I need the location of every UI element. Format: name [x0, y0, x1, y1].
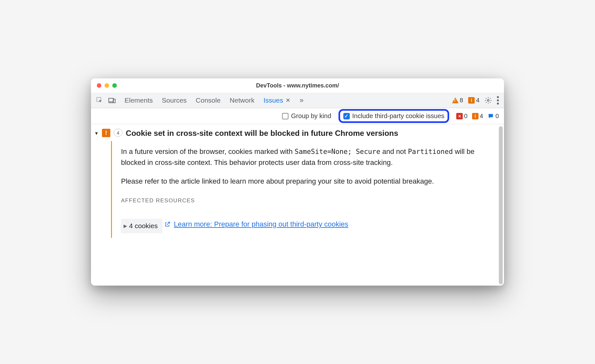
svg-point-4	[487, 99, 489, 101]
filter-breaking-badge[interactable]: ! 4	[472, 113, 483, 120]
learn-more-link[interactable]: Learn more: Prepare for phasing out thir…	[164, 219, 348, 230]
issue-paragraph-1: In a future version of the browser, cook…	[121, 146, 494, 168]
affected-cookies-toggle[interactable]: ▶ 4 cookies	[121, 219, 162, 233]
close-window-button[interactable]	[97, 83, 101, 88]
tab-issues-label: Issues	[264, 96, 283, 104]
include-third-party-label: Include third-party cookie issues	[352, 112, 445, 120]
warnings-count: 8	[460, 97, 463, 104]
filter-info-count: 0	[495, 113, 499, 120]
minimize-window-button[interactable]	[105, 83, 109, 88]
filter-bar: Group by kind Include third-party cookie…	[91, 108, 504, 124]
filter-breaking-count: 4	[480, 113, 483, 120]
issue-title: Cookie set in cross-site context will be…	[126, 129, 398, 138]
warnings-badge[interactable]: 8	[452, 97, 463, 104]
window-title: DevTools - www.nytimes.com/	[91, 82, 504, 89]
tabs-list: Elements Sources Console Network Issues …	[125, 96, 449, 105]
issue-severity-icon: !	[102, 129, 110, 137]
issues-content: ▼ ! 4 Cookie set in cross-site context w…	[91, 124, 504, 286]
issue-paragraph-2: Please refer to the article linked to le…	[121, 176, 494, 187]
learn-more-text: Learn more: Prepare for phasing out thir…	[174, 219, 348, 230]
close-tab-icon[interactable]: ✕	[286, 97, 290, 104]
code-partitioned: Partitioned	[408, 148, 453, 156]
inspect-element-icon[interactable]	[96, 97, 103, 104]
tab-network[interactable]: Network	[230, 96, 255, 104]
filter-info-badge[interactable]: 0	[488, 113, 499, 120]
tab-issues[interactable]: Issues ✕	[264, 96, 291, 104]
external-link-icon	[164, 221, 171, 228]
include-third-party-checkbox[interactable]: Include third-party cookie issues	[343, 112, 445, 120]
tabbar: Elements Sources Console Network Issues …	[91, 93, 504, 108]
issue-occurrence-count: 4	[114, 129, 123, 136]
tab-elements[interactable]: Elements	[125, 96, 153, 104]
disclosure-right-icon: ▶	[124, 223, 127, 230]
group-by-kind-label: Group by kind	[291, 112, 331, 120]
scrollbar[interactable]	[499, 126, 503, 284]
disclosure-triangle-icon[interactable]: ▼	[94, 131, 99, 136]
filter-errors-count: 0	[464, 113, 468, 120]
settings-button[interactable]	[485, 97, 492, 104]
error-icon: ×	[456, 113, 463, 119]
more-tabs-button[interactable]: »	[299, 96, 303, 105]
tab-console[interactable]: Console	[196, 96, 221, 104]
include-third-party-highlight: Include third-party cookie issues	[338, 109, 449, 123]
issue-body: In a future version of the browser, cook…	[111, 141, 498, 238]
group-by-kind-checkbox[interactable]: Group by kind	[282, 112, 331, 120]
more-options-button[interactable]	[497, 96, 499, 105]
info-icon	[488, 113, 494, 119]
traffic-lights	[97, 83, 117, 88]
svg-rect-1	[109, 98, 114, 102]
breaking-icon: !	[472, 113, 479, 119]
breaking-badge[interactable]: ! 4	[468, 97, 479, 104]
titlebar: DevTools - www.nytimes.com/	[91, 78, 504, 93]
affected-resources-label: AFFECTED RESOURCES	[121, 197, 494, 205]
affected-cookies-label: 4 cookies	[129, 221, 158, 231]
code-samesite: SameSite=None; Secure	[295, 148, 380, 156]
breaking-change-icon: !	[468, 97, 475, 104]
checkbox-icon	[282, 113, 288, 119]
filter-errors-badge[interactable]: × 0	[456, 113, 468, 120]
checkbox-checked-icon	[343, 113, 350, 119]
device-toolbar-icon[interactable]	[108, 97, 116, 104]
breaking-count: 4	[476, 97, 479, 104]
maximize-window-button[interactable]	[112, 83, 117, 88]
warning-triangle-icon	[452, 97, 459, 103]
devtools-window: DevTools - www.nytimes.com/ Elements Sou…	[91, 78, 504, 286]
tab-sources[interactable]: Sources	[162, 96, 187, 104]
issue-header-row[interactable]: ▼ ! 4 Cookie set in cross-site context w…	[94, 129, 498, 138]
